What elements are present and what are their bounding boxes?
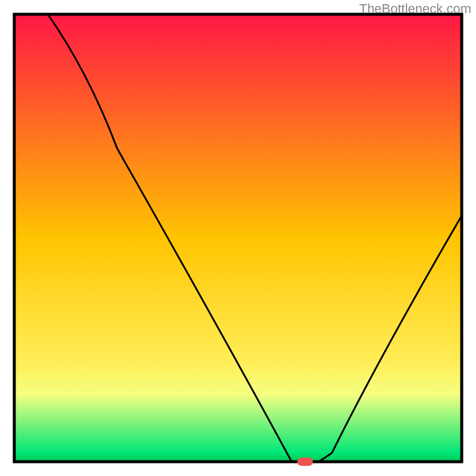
bottleneck-chart [0,0,476,476]
plot-background [14,14,462,462]
chart-container: TheBottleneck.com [0,0,476,476]
optimum-marker [298,458,313,466]
watermark-text: TheBottleneck.com [359,1,471,17]
